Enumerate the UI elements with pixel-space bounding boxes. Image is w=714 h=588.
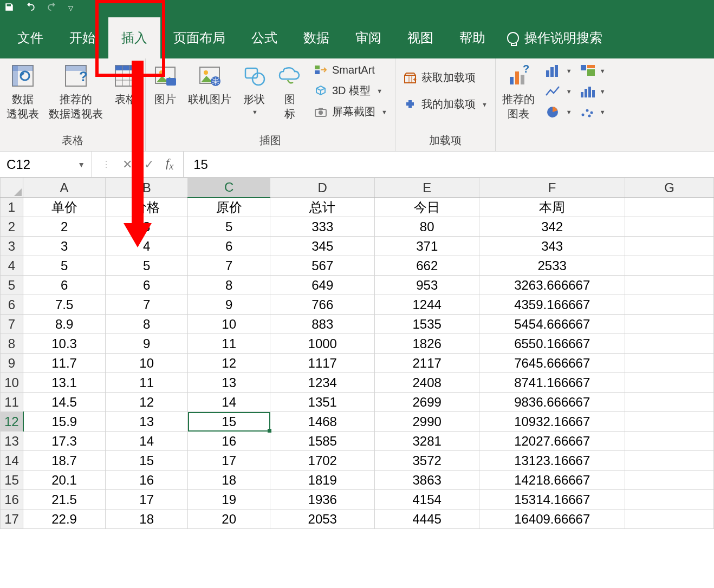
cell[interactable]: 14218.66667 — [479, 471, 625, 490]
cell[interactable]: 5 — [23, 256, 106, 276]
save-icon[interactable] — [4, 2, 14, 14]
my-addins-button[interactable]: 我的加载项▼ — [401, 96, 490, 113]
scatter-chart-button[interactable]: ▼ — [577, 103, 607, 121]
cell[interactable]: 原价 — [188, 198, 270, 217]
cell[interactable]: 2990 — [375, 412, 479, 432]
cell[interactable]: 本周 — [479, 198, 625, 217]
cell[interactable]: 16 — [106, 471, 188, 490]
cell[interactable]: 16 — [188, 432, 270, 451]
redo-icon[interactable] — [47, 2, 57, 14]
cell[interactable]: 19 — [188, 490, 270, 509]
cell[interactable] — [625, 315, 714, 334]
cell[interactable]: 15314.16667 — [479, 490, 625, 509]
cell[interactable]: 3263.666667 — [479, 276, 625, 295]
cell[interactable]: 1585 — [270, 432, 375, 451]
spreadsheet-grid[interactable]: A B C D E F G 1单价价格原价总计今日本周2235333803423… — [0, 178, 714, 529]
row-header[interactable]: 6 — [1, 295, 23, 315]
cell[interactable]: 12 — [106, 393, 188, 412]
cell[interactable] — [625, 334, 714, 354]
cell[interactable]: 662 — [375, 256, 479, 276]
cell[interactable]: 6 — [23, 276, 106, 295]
cell[interactable]: 价格 — [106, 198, 188, 217]
cell[interactable]: 11 — [106, 373, 188, 393]
cell[interactable]: 14.5 — [23, 393, 106, 412]
column-header-F[interactable]: F — [479, 178, 625, 198]
row-header[interactable]: 3 — [1, 237, 23, 256]
cell[interactable]: 2117 — [375, 354, 479, 373]
cell[interactable]: 20 — [188, 509, 270, 529]
cell[interactable]: 333 — [270, 217, 375, 237]
cell[interactable]: 12 — [188, 354, 270, 373]
cell[interactable]: 13.1 — [23, 373, 106, 393]
cell[interactable]: 7.5 — [23, 295, 106, 315]
cell[interactable]: 18 — [188, 471, 270, 490]
column-header-C[interactable]: C — [188, 178, 270, 198]
cell[interactable] — [625, 412, 714, 432]
line-chart-button[interactable]: ▼ — [543, 82, 574, 101]
tell-me-search[interactable]: 操作说明搜索 — [498, 17, 611, 58]
cell[interactable]: 342 — [479, 217, 625, 237]
cell[interactable]: 13 — [106, 412, 188, 432]
cell[interactable]: 13 — [188, 373, 270, 393]
cell[interactable]: 1826 — [375, 334, 479, 354]
cell[interactable]: 649 — [270, 276, 375, 295]
cell[interactable]: 14 — [106, 432, 188, 451]
online-picture-button[interactable]: 联机图片 — [187, 62, 232, 108]
cell[interactable]: 2408 — [375, 373, 479, 393]
column-header-A[interactable]: A — [23, 178, 106, 198]
cell[interactable] — [625, 198, 714, 217]
table-button[interactable]: 表格 — [112, 62, 140, 108]
cell[interactable] — [625, 451, 714, 471]
cell[interactable] — [625, 509, 714, 529]
cell[interactable] — [625, 354, 714, 373]
row-header[interactable]: 17 — [1, 509, 23, 529]
row-header[interactable]: 11 — [1, 393, 23, 412]
cell[interactable]: 10 — [106, 354, 188, 373]
shapes-button[interactable]: 形状▼ — [240, 62, 268, 116]
cell[interactable]: 7 — [188, 256, 270, 276]
cell[interactable]: 1000 — [270, 334, 375, 354]
cell[interactable] — [625, 471, 714, 490]
select-all-corner[interactable] — [1, 178, 23, 198]
row-header[interactable]: 15 — [1, 471, 23, 490]
cell[interactable]: 2533 — [479, 256, 625, 276]
row-header[interactable]: 14 — [1, 451, 23, 471]
row-header[interactable]: 8 — [1, 334, 23, 354]
cell[interactable]: 345 — [270, 237, 375, 256]
cell[interactable]: 今日 — [375, 198, 479, 217]
cell[interactable]: 17.3 — [23, 432, 106, 451]
enter-icon[interactable]: ✓ — [144, 158, 154, 172]
cell[interactable]: 3281 — [375, 432, 479, 451]
row-header[interactable]: 7 — [1, 315, 23, 334]
cell[interactable]: 2699 — [375, 393, 479, 412]
cell[interactable]: 8 — [106, 315, 188, 334]
cell[interactable]: 80 — [375, 217, 479, 237]
cell[interactable]: 2053 — [270, 509, 375, 529]
cell[interactable]: 8.9 — [23, 315, 106, 334]
cell[interactable] — [625, 393, 714, 412]
cell[interactable]: 10932.16667 — [479, 412, 625, 432]
cell[interactable]: 10 — [188, 315, 270, 334]
cell[interactable]: 1234 — [270, 373, 375, 393]
cell[interactable]: 13123.16667 — [479, 451, 625, 471]
statistic-chart-button[interactable]: ▼ — [577, 82, 607, 101]
tab-formulas[interactable]: 公式 — [238, 17, 290, 58]
cell[interactable]: 3572 — [375, 451, 479, 471]
cell[interactable]: 4 — [106, 237, 188, 256]
cell[interactable]: 9 — [106, 334, 188, 354]
row-header[interactable]: 4 — [1, 256, 23, 276]
cell[interactable] — [625, 295, 714, 315]
row-header[interactable]: 1 — [1, 198, 23, 217]
column-header-B[interactable]: B — [106, 178, 188, 198]
tab-file[interactable]: 文件 — [4, 17, 56, 58]
cell[interactable]: 18 — [106, 509, 188, 529]
cell[interactable]: 1468 — [270, 412, 375, 432]
cell[interactable]: 2 — [23, 217, 106, 237]
cell[interactable] — [625, 237, 714, 256]
row-header[interactable]: 5 — [1, 276, 23, 295]
cell[interactable]: 总计 — [270, 198, 375, 217]
cell[interactable]: 11 — [188, 334, 270, 354]
cell[interactable]: 6 — [106, 276, 188, 295]
cell[interactable] — [625, 276, 714, 295]
cell[interactable]: 14 — [188, 393, 270, 412]
